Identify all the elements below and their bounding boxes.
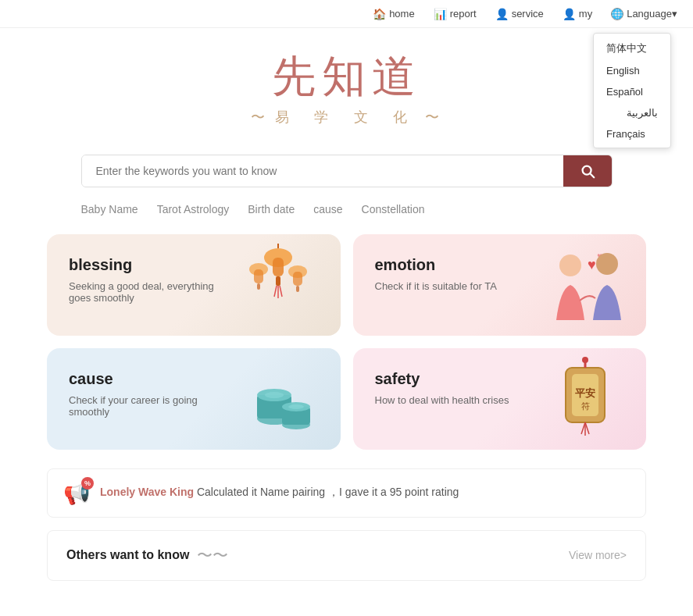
hero-title: 先知道 <box>0 53 693 101</box>
notif-icon-wrapper: 📢 % <box>63 480 91 506</box>
svg-rect-2 <box>276 276 280 286</box>
svg-line-10 <box>274 286 277 297</box>
card-desc-emotion: Check if it is suitable for TA <box>375 280 531 292</box>
others-title-group: Others want to know 〜〜 <box>66 545 228 566</box>
notif-badge: % <box>81 477 94 490</box>
svg-rect-8 <box>293 272 302 286</box>
card-illustration-cause <box>223 356 333 442</box>
search-icon <box>579 162 596 180</box>
search-tag-tag-constellation[interactable]: Constellation <box>362 203 425 215</box>
others-deco: 〜〜 <box>197 545 228 566</box>
view-more-link[interactable]: View more> <box>569 549 627 561</box>
notification-text: Lonely Wave King Calculated it Name pair… <box>100 486 459 500</box>
search-tag-tag-baby-name[interactable]: Baby Name <box>81 203 138 215</box>
svg-rect-9 <box>296 286 299 292</box>
svg-rect-6 <box>257 283 260 290</box>
card-desc-cause: Check if your career is going smoothly <box>69 394 225 418</box>
home-icon: 🏠 <box>373 8 386 20</box>
blessing-illustration <box>227 242 329 328</box>
notification-bar: 📢 % Lonely Wave King Calculated it Name … <box>0 468 693 518</box>
notif-highlight: Lonely Wave King <box>100 486 194 498</box>
card-safety[interactable]: safety How to deal with health crises 平安… <box>353 348 647 450</box>
navbar: 🏠 home 📊 report 👤 service 👤 my 🌐 Languag… <box>0 0 693 28</box>
cause-illustration <box>227 356 329 442</box>
search-tag-tag-tarot[interactable]: Tarot Astrology <box>157 203 230 215</box>
search-tag-tag-birth[interactable]: Birth date <box>248 203 295 215</box>
svg-rect-1 <box>273 258 284 276</box>
hero-subtitle: 易 学 文 化 <box>275 109 419 125</box>
lang-french[interactable]: Français <box>594 123 670 144</box>
lang-arabic[interactable]: بالعربية <box>594 102 670 123</box>
safety-illustration: 平安 符 <box>533 356 634 442</box>
card-illustration-emotion: ♥ ♥ <box>529 242 638 328</box>
card-cause[interactable]: cause Check if your career is going smoo… <box>47 348 341 450</box>
svg-point-30 <box>582 357 588 363</box>
report-icon: 📊 <box>434 8 447 20</box>
search-button[interactable] <box>563 155 612 187</box>
nav-service[interactable]: 👤 service <box>495 8 544 20</box>
lang-english[interactable]: English <box>594 60 670 81</box>
notification-inner: 📢 % Lonely Wave King Calculated it Name … <box>47 468 646 518</box>
svg-point-24 <box>288 404 304 409</box>
search-bar <box>81 155 613 187</box>
nav-report[interactable]: 📊 report <box>434 8 477 20</box>
svg-line-12 <box>280 286 282 297</box>
search-tag-tag-cause[interactable]: cause <box>313 203 342 215</box>
emotion-illustration: ♥ ♥ <box>533 242 634 328</box>
lang-spanish[interactable]: Español <box>594 81 670 102</box>
card-illustration-safety: 平安 符 <box>529 356 638 442</box>
svg-point-13 <box>559 255 581 276</box>
card-emotion[interactable]: emotion Check if it is suitable for TA ♥… <box>353 234 647 336</box>
others-inner: Others want to know 〜〜 View more> <box>47 530 646 581</box>
card-desc-safety: How to deal with health crises <box>375 394 531 406</box>
my-icon: 👤 <box>563 8 576 20</box>
hero-subtitle-deco: 〜 易 学 文 化 〜 <box>0 108 693 126</box>
svg-text:符: 符 <box>581 401 590 411</box>
nav-language[interactable]: 🌐 Language▾ 简体中文 English Español بالعربي… <box>611 8 677 20</box>
globe-icon: 🌐 <box>611 8 623 20</box>
nav-home[interactable]: 🏠 home <box>373 8 415 20</box>
others-title: Others want to know <box>66 548 189 562</box>
svg-rect-5 <box>254 269 263 283</box>
lang-chinese[interactable]: 简体中文 <box>594 37 670 60</box>
hero-section: 先知道 〜 易 学 文 化 〜 <box>0 28 693 139</box>
svg-text:平安: 平安 <box>575 387 595 399</box>
cards-grid: blessing Seeking a good deal, everything… <box>0 215 693 468</box>
card-illustration-blessing <box>223 242 333 328</box>
search-section <box>34 155 659 187</box>
nav-my[interactable]: 👤 my <box>563 8 592 20</box>
card-blessing[interactable]: blessing Seeking a good deal, everything… <box>47 234 341 336</box>
others-section: Others want to know 〜〜 View more> <box>0 530 693 581</box>
card-desc-blessing: Seeking a good deal, everything goes smo… <box>69 280 225 304</box>
search-input[interactable] <box>82 155 563 187</box>
language-dropdown: 简体中文 English Español بالعربية Français <box>593 33 671 148</box>
svg-point-23 <box>265 392 284 398</box>
svg-point-16 <box>596 253 618 275</box>
svg-text:♥: ♥ <box>588 257 596 272</box>
service-icon: 👤 <box>495 8 509 20</box>
search-tags: Baby NameTarot AstrologyBirth datecauseC… <box>34 195 659 215</box>
